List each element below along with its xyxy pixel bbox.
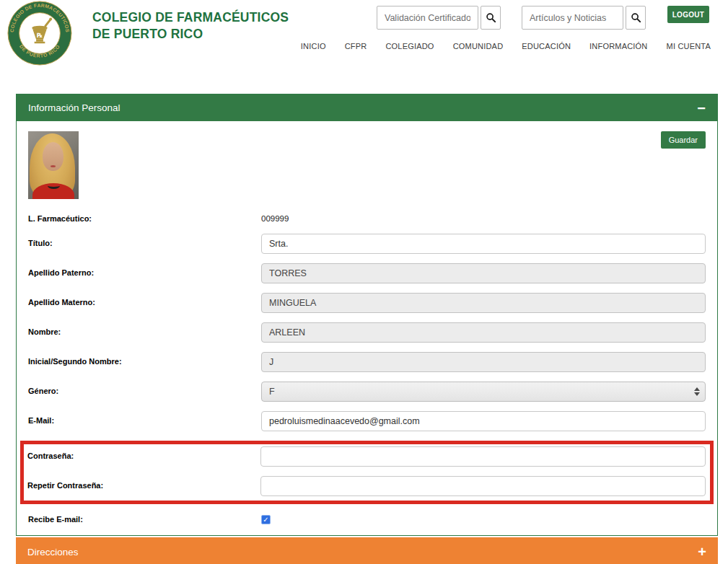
informacion-personal-header[interactable]: Información Personal −: [17, 94, 717, 121]
noticias-search-button[interactable]: [626, 6, 646, 30]
collapse-minus-icon[interactable]: −: [697, 101, 706, 115]
row-recibe-email: Recibe E-mail: ✓: [28, 510, 706, 525]
recibe-email-checkbox[interactable]: ✓: [261, 515, 271, 524]
search-group-noticias: [522, 6, 646, 30]
genero-select[interactable]: F: [261, 382, 706, 402]
informacion-personal-panel: Información Personal − Guardar L. Farmac…: [16, 94, 718, 536]
nombre-label: Nombre:: [28, 322, 261, 343]
apellido-paterno-input: [261, 263, 706, 283]
profile-photo: [28, 131, 79, 199]
direcciones-header[interactable]: Direcciones +: [16, 537, 718, 564]
repetir-contrasena-input[interactable]: [260, 476, 706, 496]
rx-symbol: ℞: [37, 32, 43, 39]
articulos-noticias-input[interactable]: [522, 6, 623, 30]
nombre-input: [261, 322, 706, 343]
nav-item-mi-cuenta[interactable]: MI CUENTA: [667, 42, 711, 50]
search-icon: [486, 12, 496, 23]
main-nav: INICIO CFPR COLEGIADO COMUNIDAD EDUCACIÓ…: [301, 42, 711, 50]
certificados-search-button[interactable]: [481, 6, 501, 30]
genero-label: Género:: [28, 382, 261, 402]
row-genero: Género: F: [28, 382, 706, 402]
row-repetir-contrasena: Repetir Contraseña:: [27, 476, 706, 496]
site-title-line2: DE PUERTO RICO: [92, 26, 289, 43]
informacion-personal-body: Guardar L. Farmacéutico: 009999 Título:: [17, 121, 717, 542]
row-contrasena: Contraseña:: [27, 446, 706, 467]
recibe-email-label: Recibe E-mail:: [28, 510, 261, 525]
row-nombre: Nombre:: [28, 322, 706, 343]
contrasena-label: Contraseña:: [27, 446, 260, 467]
nav-item-colegiado[interactable]: COLEGIADO: [385, 42, 434, 50]
inicial-label: Inicial/Segundo Nombre:: [28, 352, 261, 372]
genero-selected-value: F: [269, 387, 275, 397]
site-title: COLEGIO DE FARMACÉUTICOS DE PUERTO RICO: [92, 9, 289, 43]
guardar-button[interactable]: Guardar: [661, 131, 706, 149]
password-highlight-box: Contraseña: Repetir Contraseña:: [20, 441, 714, 504]
row-inicial: Inicial/Segundo Nombre:: [28, 352, 706, 372]
email-input[interactable]: [261, 411, 706, 431]
validacion-certificados-input[interactable]: [377, 6, 478, 30]
titulo-input[interactable]: [261, 234, 706, 254]
site-header: COLEGIO DE FARMACEUTICOS DE PUERTO RICO …: [0, 0, 728, 72]
titulo-label: Título:: [28, 234, 261, 254]
cfpr-seal-logo-icon: COLEGIO DE FARMACEUTICOS DE PUERTO RICO …: [7, 1, 72, 66]
nav-item-educacion[interactable]: EDUCACIÓN: [522, 42, 571, 50]
apellido-materno-input: [261, 293, 706, 313]
row-licencia: L. Farmacéutico: 009999: [28, 209, 706, 224]
inicial-input: [261, 352, 706, 372]
page: COLEGIO DE FARMACEUTICOS DE PUERTO RICO …: [0, 0, 728, 564]
apellido-materno-label: Apellido Materno:: [28, 293, 261, 313]
row-apellido-materno: Apellido Materno:: [28, 293, 706, 313]
site-title-line1: COLEGIO DE FARMACÉUTICOS: [92, 9, 289, 26]
row-email: E-Mail:: [28, 411, 706, 431]
repetir-contrasena-label: Repetir Contraseña:: [27, 476, 260, 496]
nav-item-cfpr[interactable]: CFPR: [345, 42, 367, 50]
email-label: E-Mail:: [28, 411, 261, 431]
apellido-paterno-label: Apellido Paterno:: [28, 263, 261, 283]
licencia-label: L. Farmacéutico:: [28, 209, 261, 224]
expand-plus-icon[interactable]: +: [698, 544, 706, 560]
search-group-certificados: [377, 6, 501, 30]
nav-item-inicio[interactable]: INICIO: [301, 42, 326, 50]
select-stepper-icon: [694, 387, 700, 396]
direcciones-title: Direcciones: [27, 547, 79, 558]
row-apellido-paterno: Apellido Paterno:: [28, 263, 706, 283]
nav-item-informacion[interactable]: INFORMACIÓN: [589, 42, 647, 50]
contrasena-input[interactable]: [260, 446, 706, 467]
row-titulo: Título:: [28, 234, 706, 254]
nav-item-comunidad[interactable]: COMUNIDAD: [453, 42, 504, 50]
licencia-value: 009999: [261, 209, 289, 223]
panel-title: Información Personal: [28, 102, 120, 113]
logout-button[interactable]: LOGOUT: [667, 6, 709, 23]
search-icon: [631, 12, 641, 23]
